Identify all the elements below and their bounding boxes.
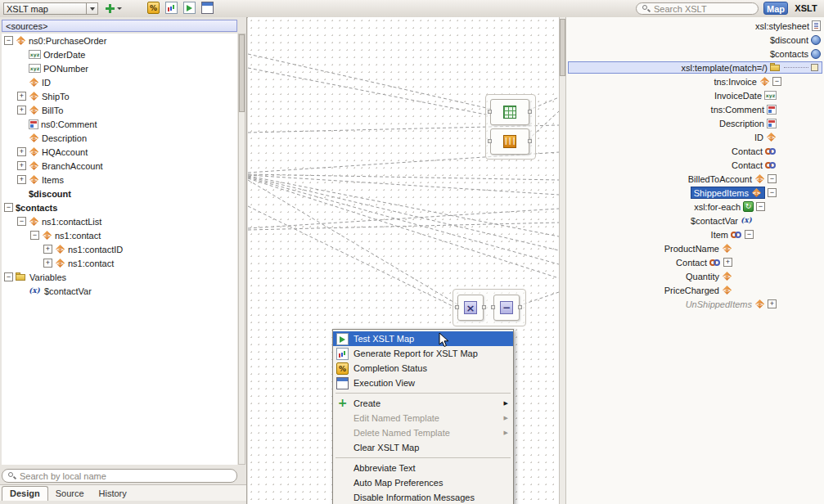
collapse-toggle-icon[interactable]: − (17, 217, 26, 226)
source-node-hqaccount[interactable]: +HQAccount (2, 145, 237, 159)
target-node-tns-invoice[interactable]: tns:Invoice− (566, 74, 824, 88)
source-node-ns0-purchaseorder[interactable]: −ns0:PurchaseOrder (2, 34, 237, 47)
map-view-button[interactable]: Map (763, 2, 788, 15)
expand-toggle-icon[interactable]: + (17, 106, 26, 115)
source-node-ns1-contact[interactable]: +ns1:contact (2, 256, 237, 270)
create-button[interactable] (105, 2, 128, 16)
source-node-description[interactable]: Description (2, 131, 237, 145)
sources-header[interactable]: <sources> (2, 20, 237, 32)
menu-item-disable-information-messages[interactable]: Disable Information Messages (333, 490, 513, 504)
target-node-quantity[interactable]: Quantity (566, 269, 824, 283)
source-node-contactvar[interactable]: $contactVar (2, 284, 237, 298)
collapse-toggle-icon[interactable]: − (768, 174, 777, 183)
execution-view-icon[interactable] (201, 2, 214, 14)
target-node-xsl-for-each[interactable]: xsl:for-each− (566, 200, 824, 214)
menu-item-abbreviate-text[interactable]: Abbreviate Text (333, 461, 513, 475)
expand-toggle-icon[interactable]: + (17, 92, 26, 101)
output-port[interactable] (518, 305, 522, 309)
target-node-productname[interactable]: ProductName (566, 241, 824, 255)
menu-item-completion-status[interactable]: Completion Status (333, 361, 513, 376)
target-node-contact[interactable]: Contact (566, 144, 824, 158)
completion-status-icon[interactable] (147, 2, 160, 14)
expand-toggle-icon[interactable]: + (17, 147, 26, 156)
target-node-pricecharged[interactable]: PriceCharged (566, 283, 824, 297)
expand-toggle-icon[interactable]: + (17, 175, 26, 184)
target-node-tns-comment[interactable]: tns:Comment (566, 102, 824, 116)
menu-item-edit-named-template[interactable]: Edit Named Template▶ (333, 411, 513, 425)
menu-item-clear-xslt-map[interactable]: Clear XSLT Map (333, 440, 513, 455)
multiply-function[interactable] (457, 295, 484, 321)
collapse-toggle-icon[interactable]: − (4, 203, 13, 212)
output-port[interactable] (528, 139, 532, 143)
target-node-shippeditems[interactable]: ShippedItems− (566, 186, 824, 200)
expand-toggle-icon[interactable]: + (768, 299, 777, 308)
expand-toggle-icon[interactable]: + (723, 258, 732, 267)
target-node-contactvar[interactable]: $contactVar (566, 214, 824, 227)
target-node-invoicedate[interactable]: InvoiceDate (566, 88, 824, 102)
menu-item-auto-map-preferences[interactable]: Auto Map Preferences (333, 475, 513, 490)
menu-item-generate-report-for-xslt-map[interactable]: Generate Report for XSLT Map (333, 346, 513, 361)
test-xslt-map-icon[interactable] (183, 2, 196, 14)
target-node-contact[interactable]: Contact+ (566, 255, 824, 269)
xslt-search-field[interactable]: Search XSLT (636, 2, 759, 15)
source-node-ns0-comment[interactable]: ns0:Comment (2, 117, 237, 131)
input-port[interactable] (488, 139, 492, 143)
collapse-toggle-icon[interactable]: − (30, 231, 39, 240)
target-node-id[interactable]: ID (566, 130, 824, 144)
collapse-toggle-icon[interactable]: − (756, 202, 765, 211)
tab-history[interactable]: History (92, 487, 134, 501)
target-node-discount[interactable]: $discount (566, 33, 824, 47)
collapse-toggle-icon[interactable]: − (772, 77, 781, 86)
scrollbar-thumb[interactable] (560, 19, 565, 76)
target-node-contacts[interactable]: $contacts (566, 47, 824, 61)
target-node-item[interactable]: Item− (566, 227, 824, 241)
sources-scrollbar[interactable] (238, 34, 245, 465)
local-name-search-field[interactable]: Search by local name (2, 469, 237, 483)
source-node-billto[interactable]: +BillTo (2, 103, 237, 117)
menu-item-test-xslt-map[interactable]: Test XSLT Map (333, 331, 513, 346)
target-node-description[interactable]: Description (566, 116, 824, 130)
source-node-orderdate[interactable]: OrderDate (2, 47, 237, 61)
expand-toggle-icon[interactable]: + (43, 259, 52, 268)
menu-item-create[interactable]: Create▶ (333, 396, 513, 411)
menu-item-execution-view[interactable]: Execution View (333, 376, 513, 390)
map-selector-dropdown[interactable]: XSLT map (3, 2, 98, 15)
target-node-billedtoaccount[interactable]: BilledToAccount− (566, 172, 824, 186)
canvas-scrollbar[interactable] (559, 17, 566, 504)
table-function[interactable] (490, 99, 529, 125)
tab-source[interactable]: Source (48, 487, 92, 501)
collapse-toggle-icon[interactable]: − (4, 272, 13, 281)
expand-toggle-icon[interactable]: + (43, 245, 52, 254)
menu-item-delete-named-template[interactable]: Delete Named Template▶ (333, 425, 513, 440)
source-node-id[interactable]: ID (2, 75, 237, 89)
target-node-unshippeditems[interactable]: UnShippedItems+ (566, 297, 824, 311)
generate-report-icon[interactable] (165, 2, 178, 14)
output-port[interactable] (528, 110, 532, 114)
source-node-ns1-contactlist[interactable]: −ns1:contactList (2, 214, 237, 228)
target-node-contact[interactable]: Contact (566, 158, 824, 172)
subtract-function[interactable] (493, 295, 520, 321)
format-function[interactable] (490, 128, 529, 155)
target-node-xsl-stylesheet[interactable]: xsl:stylesheet (566, 19, 824, 33)
target-node-xsl-template-match[interactable]: xsl:template(match=/) (568, 61, 822, 74)
source-node-ponumber[interactable]: PONumber (2, 61, 237, 75)
collapse-toggle-icon[interactable]: − (768, 188, 777, 197)
source-node-ns1-contactid[interactable]: +ns1:contactID (2, 242, 237, 256)
input-port[interactable] (488, 110, 492, 114)
source-node-variables[interactable]: −Variables (2, 270, 237, 284)
input-port[interactable] (455, 305, 459, 309)
collapse-toggle-icon[interactable]: − (745, 230, 754, 239)
xslt-view-button[interactable]: XSLT (791, 2, 821, 15)
source-node-ns1-contact[interactable]: −ns1:contact (2, 228, 237, 242)
source-node-items[interactable]: +Items (2, 173, 237, 187)
source-node-discount[interactable]: $discount (2, 187, 237, 200)
output-port[interactable] (482, 305, 486, 309)
collapse-toggle-icon[interactable]: − (4, 36, 13, 45)
scrollbar-thumb[interactable] (239, 34, 245, 112)
source-node-contacts[interactable]: −$contacts (2, 200, 237, 214)
source-node-branchaccount[interactable]: +BranchAccount (2, 159, 237, 173)
source-node-shipto[interactable]: +ShipTo (2, 89, 237, 103)
expand-toggle-icon[interactable]: + (17, 161, 26, 170)
input-port[interactable] (491, 305, 495, 309)
tab-design[interactable]: Design (2, 486, 48, 501)
